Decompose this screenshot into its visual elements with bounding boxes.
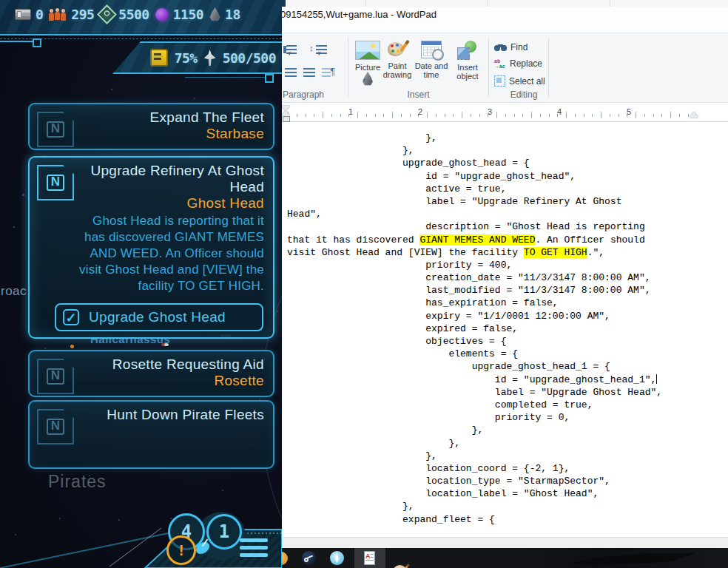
doc-line: completed = true,	[287, 399, 728, 411]
resource-crew: 295	[49, 7, 94, 22]
ruler: 12345	[282, 105, 728, 122]
doc-line: },	[287, 500, 728, 513]
mission-link-frame[interactable]: N	[37, 359, 74, 394]
doc-line: id = "upgrade_ghost_head_1",	[287, 373, 728, 386]
objective-button[interactable]: ✓ Upgrade Ghost Head	[55, 303, 263, 331]
taskbar-partial-icon[interactable]	[282, 552, 288, 565]
window-title: 09154255,Wut+game.lua - WordPad	[282, 9, 437, 20]
hull-ship-icon	[204, 50, 216, 66]
doc-line: active = true,	[287, 183, 728, 195]
doc-line: description = "Ghost Head is reporting	[287, 220, 728, 233]
mission-description: Ghost Head is reporting that it has disc…	[75, 213, 264, 294]
replace-ab-icon: ab→ac	[494, 58, 506, 69]
mission-card-pirates[interactable]: N Hunt Down Pirate Fleets	[28, 400, 274, 469]
justify-icon[interactable]	[303, 68, 315, 77]
external-link-icon: N	[47, 419, 64, 435]
mission-title: Upgrade Refinery At Ghost Head	[75, 163, 264, 195]
game-app-icon[interactable]	[330, 551, 344, 565]
paint-taskbar-icon[interactable]	[393, 565, 407, 568]
mission-link-frame[interactable]: N	[37, 112, 74, 147]
mission-link-frame[interactable]: N	[37, 165, 74, 200]
ruler-number: 5	[627, 107, 631, 116]
mission-link-frame[interactable]: N	[37, 409, 74, 444]
map-ship-sprite	[164, 343, 169, 346]
doc-line: priority = 0,	[287, 411, 728, 424]
find-button[interactable]: Find	[494, 42, 528, 53]
exotic-orb-icon	[155, 8, 169, 21]
group-separator	[548, 38, 549, 97]
ruler-number: 3	[488, 107, 492, 116]
alert-exclamation-icon[interactable]: !	[166, 535, 196, 565]
satellite-dish-icon[interactable]	[194, 538, 216, 558]
resource-bar: 0 295 5500 1150 18	[15, 7, 279, 22]
external-link-icon: N	[47, 175, 64, 191]
picture-dropdown-caret[interactable]	[363, 72, 374, 86]
text-caret	[656, 374, 657, 384]
circuit-trace	[0, 41, 33, 42]
align-right-icon[interactable]	[285, 68, 297, 77]
sector-label-pirates: Pirates	[48, 472, 107, 492]
date-time-button[interactable]: Date and time	[413, 41, 450, 79]
find-binoculars-icon	[494, 43, 507, 52]
hanging-indent-marker[interactable]	[282, 111, 290, 116]
line-spacing-icon[interactable]	[316, 45, 327, 55]
insert-object-icon	[457, 41, 478, 60]
checkbox-checked-icon[interactable]: ✓	[63, 309, 79, 325]
select-all-label: Select all	[509, 76, 545, 87]
mission-title: Expand The Fleet	[75, 109, 264, 126]
hull-value: 500/500	[223, 50, 276, 66]
ore-icon	[209, 7, 220, 21]
date-time-icon	[421, 41, 442, 58]
paint-drawing-button[interactable]: Paint drawing	[380, 41, 414, 79]
paragraph-mark-icon[interactable]	[322, 68, 334, 78]
ribbon: Paragraph Picture Paint drawing Date and…	[282, 33, 728, 103]
menu-hamburger-icon[interactable]	[240, 538, 268, 542]
title-bar[interactable]: 09154255,Wut+game.lua - WordPad	[282, 7, 728, 33]
doc-line: label = "Upgrade Refinery At Ghost	[287, 195, 728, 208]
find-label: Find	[510, 42, 528, 53]
doc-line: location_coord = {-2, 1},	[287, 462, 728, 475]
circuit-node	[265, 74, 274, 83]
header-dashed-line	[0, 38, 282, 39]
right-indent-marker[interactable]	[690, 112, 698, 118]
left-indent-marker[interactable]	[283, 116, 290, 122]
map-dot-orange	[70, 345, 74, 348]
mission-card-upgrade-refinery[interactable]: N Upgrade Refinery At Ghost Head Ghost H…	[28, 156, 274, 339]
replace-button[interactable]: ab→ac Replace	[494, 58, 542, 69]
paragraph-group-label: Paragraph	[282, 89, 344, 100]
doc-line: upgrade_ghost_head = {	[287, 157, 728, 169]
status-bar-strip	[282, 537, 728, 548]
mission-card-expand-fleet[interactable]: N Expand The Fleet Starbase	[28, 103, 274, 150]
game-panel: 0 295 5500 1150 18 75% 500/500 roac Hali…	[0, 0, 282, 568]
mission-title: Hunt Down Pirate Fleets	[75, 407, 264, 423]
select-all-button[interactable]: Select all	[494, 75, 545, 87]
morale-value: 75%	[175, 50, 198, 66]
doc-line: },	[287, 144, 728, 157]
paint-drawing-label: Paint drawing	[380, 61, 414, 79]
doc-line: expiry = "1/1/0001 12:00:00 AM",	[287, 310, 728, 322]
steam-icon[interactable]	[302, 551, 316, 565]
external-link-icon: N	[47, 368, 64, 385]
minerals-value: 5500	[118, 7, 149, 22]
doc-line: },	[287, 424, 728, 436]
mineral-icon	[97, 4, 117, 24]
cargo-value: 0	[36, 7, 43, 22]
insert-object-label: Insert object	[451, 63, 485, 81]
bullet-list-icon[interactable]	[286, 45, 297, 54]
doc-line: location_label = "Ghost Head",	[287, 487, 728, 500]
mission-location: Starbase	[75, 126, 264, 142]
document-text[interactable]: }, }, upgrade_ghost_head = { id = "upgra…	[282, 122, 728, 538]
picture-label: Picture	[355, 63, 380, 72]
wordpad-taskbar-icon[interactable]	[364, 551, 375, 565]
doc-line: id = "upgrade_ghost_head",	[287, 170, 728, 183]
replace-label: Replace	[510, 58, 542, 69]
first-line-indent-marker[interactable]	[282, 106, 290, 111]
group-separator	[348, 38, 348, 97]
map-label-partial: roac	[1, 284, 27, 299]
insert-object-button[interactable]: Insert object	[451, 41, 485, 81]
picture-icon	[355, 41, 380, 60]
ruler-number: 2	[418, 107, 422, 116]
mission-card-rosette[interactable]: N Rosette Requesting Aid Rosette	[28, 350, 274, 397]
ruler-number: 1	[348, 107, 353, 116]
doc-line: },	[287, 437, 728, 450]
